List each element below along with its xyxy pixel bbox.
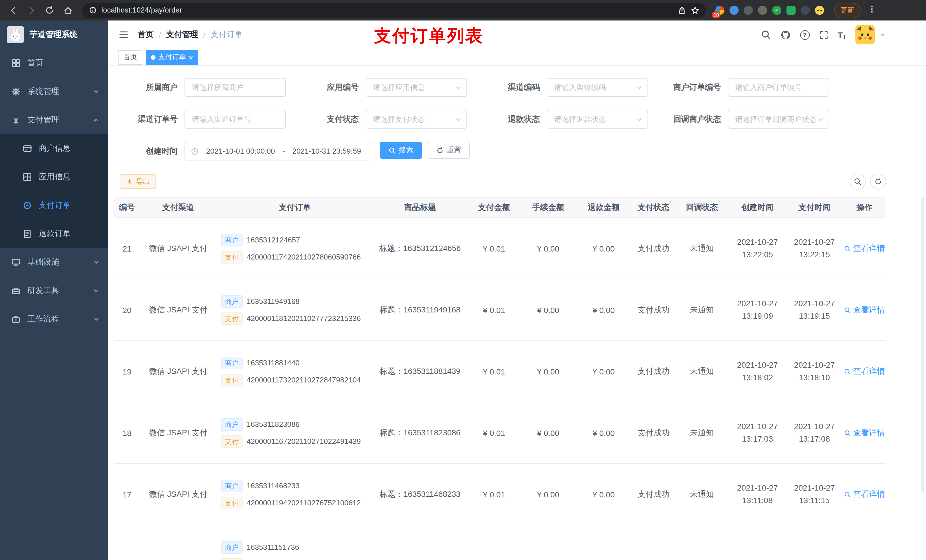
view-detail-link[interactable]: 查看详情 [844,305,885,315]
browser-update-button[interactable]: 更新 [834,3,861,18]
view-detail-link[interactable]: 查看详情 [844,428,885,438]
sidebar-toggle-button[interactable] [118,30,129,40]
user-avatar[interactable] [855,25,875,44]
sidebar-item-infrastructure[interactable]: 基础设施 [0,248,108,276]
filter-form: 所属商户 应用编号 请选择应用信息 渠道编码 请输入渠道编码 [108,66,926,160]
browser-extensions: 10 ✓ [715,6,824,15]
profile-avatar-icon[interactable] [815,6,824,15]
extension-icon[interactable] [744,6,753,15]
merchant-order-no-input[interactable] [728,78,829,97]
extension-icon[interactable] [801,6,810,15]
help-button[interactable]: ? [800,30,809,39]
search-icon [844,245,851,252]
site-info-icon[interactable] [89,6,97,14]
url-bar[interactable]: localhost:1024/pay/order [82,3,706,18]
sidebar-item-dev-tools[interactable]: 研发工具 [0,276,108,305]
pay-time [786,525,843,560]
extension-icon[interactable]: ✓ [772,6,781,15]
extension-icon[interactable] [729,6,738,15]
sidebar-item-merchant-info[interactable]: 商户信息 [0,134,108,163]
chevron-up-icon [94,117,99,123]
pay-tag: 支付 [221,497,243,509]
header-search-button[interactable] [761,30,771,40]
browser-reload-button[interactable] [42,3,57,18]
view-detail-link[interactable]: 查看详情 [844,243,885,254]
col-fee: 手续金额 [521,197,575,218]
tab-close-icon[interactable]: × [189,53,193,61]
export-button[interactable]: 导出 [120,174,156,189]
col-status: 支付状态 [632,197,675,218]
fullscreen-button[interactable] [819,30,828,39]
notify-status-select[interactable]: 请选择订单回调商户状态 [728,110,829,128]
extension-icon[interactable] [787,6,796,15]
extension-icon[interactable] [758,6,767,15]
breadcrumb-pay-manage[interactable]: 支付管理 [166,30,198,40]
channel-code-select[interactable]: 请输入渠道编码 [547,78,648,97]
pay-status: 支付成功 [637,366,669,375]
create-time-range-picker[interactable]: 2021-10-01 00:00:00 - 2021-10-31 23:59:5… [185,142,371,160]
app-no-select[interactable]: 请选择应用信息 [366,78,467,97]
refresh-table-button[interactable] [870,174,886,190]
browser-back-button[interactable] [6,3,21,18]
chevron-down-icon [94,89,99,95]
monitor-icon [11,258,21,267]
browser-forward-button[interactable] [24,3,39,18]
github-link[interactable] [780,29,791,40]
browser-menu-button[interactable] [867,5,876,16]
create-time: 2021-10-27 13:11:08 [729,463,786,525]
extension-badge: 10 [712,11,721,18]
sidebar-item-home[interactable]: 首页 [0,49,108,77]
avatar-pikachu-icon [855,25,875,44]
font-size-button[interactable]: TT [837,30,846,39]
col-title: 商品标题 [373,197,467,218]
browser-chrome: localhost:1024/pay/order 10 ✓ 更新 [0,0,926,21]
sidebar-item-refund-order[interactable]: 退款订单 [0,220,108,248]
question-icon: ? [803,31,807,38]
bookmark-star-icon[interactable] [691,6,699,15]
col-id: 编号 [114,197,140,218]
create-time: 2021-10-27 13:17:03 [729,402,786,463]
pay-time: 2021-10-27 13:11:15 [786,463,843,525]
sidebar-item-system[interactable]: 系统管理 [0,77,108,106]
merchant-tag: 商户 [221,295,243,308]
filter-label: 应用编号 [297,82,366,92]
view-detail-link[interactable]: 查看详情 [844,366,885,376]
merchant-tag: 商户 [221,418,243,430]
filter-refund-status: 退款状态 请选择退款状态 [478,110,660,128]
search-icon [844,429,851,436]
create-time: 2021-10-27 13:19:09 [729,279,786,341]
breadcrumb-home[interactable]: 首页 [138,30,154,40]
order-id: 18 [123,428,131,437]
sidebar-item-app-info[interactable]: 应用信息 [0,163,108,191]
extension-icon[interactable]: 10 [715,6,725,15]
pay-amount: ¥ 0.01 [483,367,505,376]
browser-home-button[interactable] [61,3,75,18]
channel-order-no-input[interactable] [185,110,286,128]
pay-status-select[interactable]: 请选择支付状态 [366,110,467,128]
toggle-search-button[interactable] [850,174,865,190]
reset-button[interactable]: 重置 [428,142,470,159]
merchant-select-input[interactable] [185,78,286,97]
refund-status-select[interactable]: 请选择退款状态 [547,110,648,128]
pay-tag: 支付 [221,435,243,448]
channel-pay-no: 4200001194202110276752100612 [247,498,361,507]
pay-channel: 微信 JSAPI 支付 [149,305,207,314]
tab-home[interactable]: 首页 [118,50,142,65]
fee-amount: ¥ 0.00 [537,367,559,376]
tab-pay-order[interactable]: 支付订单 × [146,50,198,65]
table-row: 17 微信 JSAPI 支付 商户 1635311468233 支付 42000… [114,463,886,525]
col-pay-time: 支付时间 [786,197,843,218]
share-icon[interactable] [678,6,686,15]
user-menu-caret[interactable] [879,31,886,38]
view-detail-link[interactable]: 查看详情 [844,489,885,500]
scrollbar[interactable] [921,197,924,493]
sidebar-item-payment[interactable]: ¥ 支付管理 [0,106,108,134]
app-logo[interactable]: 芋道管理系统 [0,21,108,49]
merchant-order-no: 1635311881440 [247,359,300,367]
filter-pay-status: 支付状态 请选择支付状态 [297,110,478,128]
notify-status: 未通知 [690,489,714,498]
filter-app-no: 应用编号 请选择应用信息 [297,78,478,97]
search-button[interactable]: 搜索 [380,142,422,159]
sidebar-item-pay-order[interactable]: 支付订单 [0,191,108,220]
sidebar-item-workflow[interactable]: 工作流程 [0,305,108,334]
